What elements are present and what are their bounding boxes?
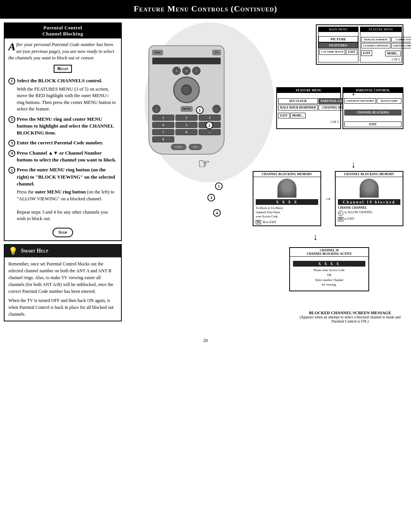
- step-1-body: With the FEATURES MENU (3 of 5) on scree…: [17, 86, 117, 113]
- overlay-step-3: 3: [207, 194, 215, 201]
- cable-tuning-btn: CABLE TUNING: [391, 37, 411, 42]
- btn-dash[interactable]: —: [199, 129, 221, 135]
- m-exit-1: M M to EXIT: [256, 220, 318, 224]
- half-hour-btn: HALF HOUR REMINDER: [278, 105, 318, 110]
- ch-up-btn[interactable]: +: [152, 105, 161, 113]
- overlay-step-1: 1: [196, 106, 204, 114]
- mute-btn[interactable]: MUTE: [181, 106, 193, 112]
- blocked-caption-area: BLOCKED CHANNEL SCREEN MESSAGE (Appears …: [297, 309, 403, 323]
- arrow-down-1: ↓: [351, 87, 356, 97]
- c-btn-icon: C: [338, 211, 343, 216]
- exit-btn-main: EXIT: [346, 49, 357, 55]
- overlay-step-2: 2: [206, 121, 213, 129]
- power-btn: PWR: [152, 50, 163, 55]
- blocked-caption: BLOCKED CHANNEL SCREEN MESSAGE: [297, 310, 403, 315]
- more-btn-1: MORE...: [385, 51, 401, 56]
- page-indicator-2: 2 OF 5: [277, 120, 340, 125]
- setup-code-btn: SETUP CODE: [377, 98, 401, 104]
- function-btn-2[interactable]: SET: [189, 144, 202, 150]
- feature-menu-screen-1: MAIN MENU · · · · · · · · PICTURE FEATUR…: [316, 24, 403, 65]
- step-num-4: 4: [8, 150, 15, 157]
- feature-menu-label-2: FEATURE MENU: [277, 88, 340, 93]
- btn-c: C: [192, 67, 201, 75]
- btn-7[interactable]: 7: [152, 129, 174, 135]
- step-num-2: 2: [8, 116, 15, 123]
- exit-btn-parental: EXIT: [344, 121, 401, 127]
- smart-help-box: 💡 Smart Help Remember, once set Parental…: [4, 244, 122, 321]
- set-clock-btn: SET CLOCK: [278, 98, 318, 104]
- btn-3[interactable]: 3: [199, 115, 221, 121]
- step-num-1: 1: [8, 78, 15, 85]
- bulb-icon: 💡: [8, 246, 18, 256]
- smart-help-body: Remember, once set Parental Control bloc…: [5, 257, 121, 321]
- instruction-box-body: A fter your personal Parental Code numbe…: [5, 38, 121, 240]
- channel-blocking-screens: CHANNEL BLOCKING MEMORY X X X X To Block…: [253, 171, 403, 226]
- ch-down-btn[interactable]: −: [212, 105, 221, 113]
- more-btn-2: MORE...: [290, 113, 306, 118]
- xxxx-bar-active: X X X X: [293, 261, 365, 267]
- feature-menu-screen-2: FEATURE MENU · · · · · · · · SET CLOCK P…: [276, 87, 341, 129]
- right-column: MAIN MENU · · · · · · · · PICTURE FEATUR…: [126, 22, 407, 327]
- active-screen-title: CHANNEL 19 CHANNEL BLOCKING ACTIVE: [290, 248, 368, 257]
- step-1: 1 Select the BLOCK CHANNELS control. Wit…: [8, 77, 117, 113]
- smart-help-header: 💡 Smart Help: [5, 245, 121, 257]
- header-title: Feature Menu Controls (Continued): [134, 4, 277, 13]
- blocking-screen-1: CHANNEL BLOCKING MEMORY X X X X To Block…: [253, 171, 321, 226]
- exit-btn-fm1: EXIT: [361, 50, 373, 56]
- blocking-screen-2-title: CHANNEL BLOCKING MEMORY: [336, 172, 403, 177]
- page-header: Feature Menu Controls (Continued): [0, 0, 411, 19]
- btn-a: A: [172, 67, 181, 75]
- feature-menu-label-1: FEATURE MENU: [360, 27, 401, 32]
- step-5-body: Press the outer MENU ring button (on the…: [17, 189, 117, 222]
- xxxx-bar-1: X X X X: [256, 199, 318, 205]
- left-column: Parental Control Channel Blocking A fter…: [4, 22, 122, 327]
- page-number: 20: [0, 335, 411, 347]
- begin-badge: Begin: [54, 65, 72, 73]
- menu-ring[interactable]: [173, 77, 200, 103]
- remote-control: PWR TV A B C: [148, 45, 225, 155]
- btn-1[interactable]: 1: [152, 115, 174, 121]
- face-silhouette-2: [360, 179, 379, 198]
- exit-btn-fm2: EXIT: [278, 113, 290, 118]
- blocking-screen-1-title: CHANNEL BLOCKING MEMORY: [253, 172, 320, 177]
- channel-blocking-btn: CHANNEL BLOCKING: [344, 110, 401, 115]
- hand-pointer: ☞: [198, 156, 210, 172]
- step-2: 2 Press the MENU ring and center MENU bu…: [8, 116, 117, 137]
- step-num-5: 5: [8, 167, 15, 174]
- xxxx-bar-2: Channel 19 blocked: [338, 199, 400, 205]
- features-btn: FEATURES: [319, 42, 358, 48]
- closed-captions-btn: CLOSED CAPTIONS: [361, 43, 390, 48]
- step-3: 3 Enter the correct Parental Code number…: [8, 139, 117, 147]
- btn-2[interactable]: 2: [175, 115, 198, 121]
- corner-btn: TV: [212, 50, 221, 55]
- remote-body: PWR TV A B C: [148, 45, 225, 155]
- first-time-setup-btn: 1 ST TIME SETUP: [319, 49, 345, 55]
- function-btn-1[interactable]: FUNC: [171, 144, 186, 150]
- channel-memory-btn: CHANNEL MEMORY: [391, 43, 411, 48]
- arrow-right-1: →: [324, 171, 332, 226]
- parental-control-header: Parental Control Channel Blocking: [5, 23, 121, 38]
- arrow-down-2: ↓: [351, 160, 356, 170]
- btn-8[interactable]: 8: [175, 129, 198, 135]
- main-menu-label: MAIN MENU: [319, 27, 358, 32]
- content-advisory-btn: CONTENT ADVISORY: [344, 98, 376, 104]
- overlay-step-5-right: 5: [215, 182, 223, 190]
- remote-display: [152, 58, 221, 64]
- analog-format-btn: ANALOG FORMAT: [361, 37, 390, 42]
- menu-ring-center[interactable]: [181, 85, 192, 95]
- step-num-3: 3: [8, 140, 15, 147]
- active-screen-body: X X X X Please enter Access Code OR Sele…: [290, 257, 368, 291]
- active-blocking-screen: CHANNEL 19 CHANNEL BLOCKING ACTIVE X X X…: [289, 247, 369, 291]
- instruction-box: Parental Control Channel Blocking A fter…: [4, 22, 122, 241]
- step-4: 4 Press Channel ▲▼ or Channel Number but…: [8, 150, 117, 163]
- overlay-step-4: 4: [213, 209, 221, 217]
- btn-4[interactable]: 4: [152, 122, 174, 128]
- stop-badge: Stop: [53, 228, 73, 237]
- btn-5[interactable]: 5: [175, 122, 198, 128]
- btn-b: B: [182, 67, 191, 75]
- blocking-screen-2: CHANNEL BLOCKING MEMORY Channel 19 block…: [335, 171, 403, 226]
- btn-0[interactable]: 0: [152, 136, 174, 142]
- arrow-down-3: ↓: [313, 232, 318, 242]
- step-5: 5 Press the outer MENU ring button (on t…: [8, 166, 117, 222]
- intro-text: A fter your personal Parental Code numbe…: [8, 42, 117, 62]
